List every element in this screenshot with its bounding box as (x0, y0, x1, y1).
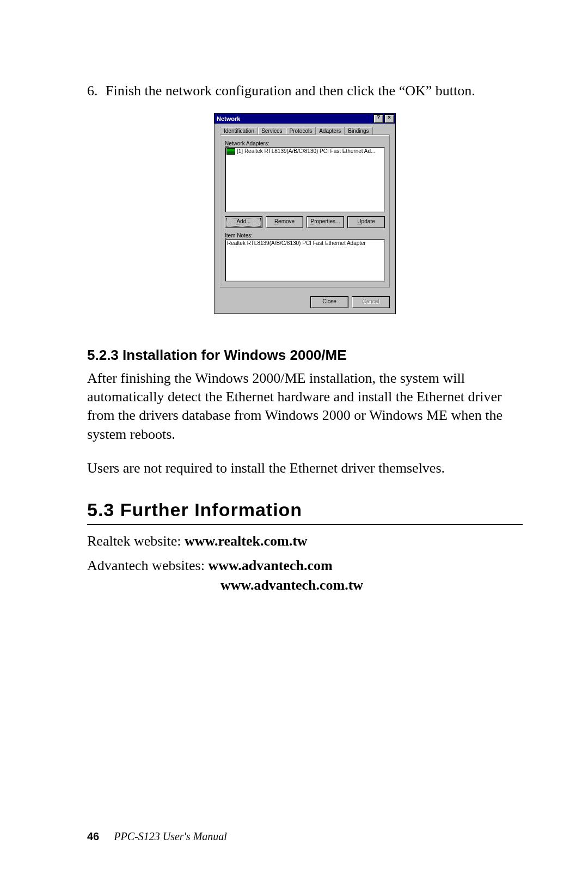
add-button[interactable]: Add... (225, 216, 262, 228)
manual-title: PPC-S123 User's Manual (114, 830, 227, 842)
tab-bindings[interactable]: Bindings (344, 127, 372, 135)
help-button[interactable]: ? (373, 114, 383, 123)
adapters-label: Network Adapters: (225, 140, 385, 146)
step-number: 6. (87, 82, 106, 100)
advantech-url-2: www.advantech.com.tw (220, 577, 363, 593)
step-text: Finish the network configuration and the… (106, 82, 523, 100)
list-item[interactable]: [1] Realtek RTL8139(A/B/C/8130) PCI Fast… (225, 148, 384, 155)
advantech-line-2: www.advantech.com.tw (87, 576, 523, 595)
section-heading: 5.3 Further Information (87, 499, 523, 521)
tab-protocols[interactable]: Protocols (286, 127, 316, 135)
subsection-heading: 5.2.3 Installation for Windows 2000/ME (87, 347, 523, 364)
body-paragraph: Users are not required to install the Et… (87, 459, 523, 478)
close-icon[interactable]: × (384, 114, 394, 123)
adapters-listbox[interactable]: [1] Realtek RTL8139(A/B/C/8130) PCI Fast… (225, 147, 385, 212)
dialog-titlebar[interactable]: Network ? × (215, 114, 395, 124)
advantech-url-1: www.advantech.com (208, 558, 332, 573)
tab-services[interactable]: Services (258, 127, 286, 135)
adapter-name: [1] Realtek RTL8139(A/B/C/8130) PCI Fast… (237, 148, 375, 154)
tab-identification[interactable]: Identification (220, 127, 258, 135)
tab-strip: Identification Services Protocols Adapte… (220, 127, 390, 135)
tab-panel-adapters: Network Adapters: [1] Realtek RTL8139(A/… (220, 134, 390, 287)
page-number: 46 (87, 830, 99, 842)
item-notes-box[interactable]: Realtek RTL8139(A/B/C/8130) PCI Fast Eth… (225, 239, 385, 282)
instruction-step: 6. Finish the network configuration and … (87, 82, 523, 100)
cancel-button: Cancel (352, 296, 390, 308)
section-rule (87, 524, 523, 525)
advantech-line-1: Advantech websites: www.advantech.com (87, 556, 523, 575)
page-footer: 46 PPC-S123 User's Manual (87, 830, 227, 843)
update-button[interactable]: Update (347, 216, 385, 228)
nic-icon (226, 148, 235, 155)
tab-adapters[interactable]: Adapters (315, 127, 345, 135)
remove-button[interactable]: Remove (266, 216, 303, 228)
properties-button[interactable]: Properties... (307, 216, 344, 228)
close-button[interactable]: Close (310, 296, 348, 308)
realtek-url: www.realtek.com.tw (185, 533, 308, 549)
item-notes-label: Item Notes: (225, 233, 385, 238)
realtek-line: Realtek website: www.realtek.com.tw (87, 531, 523, 550)
network-dialog: Network ? × Identification Services Prot… (214, 113, 396, 314)
body-paragraph: After finishing the Windows 2000/ME inst… (87, 369, 523, 444)
dialog-title: Network (217, 115, 240, 122)
